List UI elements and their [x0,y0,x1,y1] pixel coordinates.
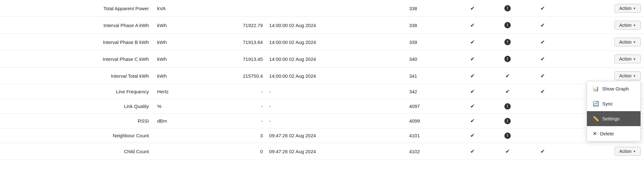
row-name: Child Count [0,143,154,160]
warning-icon: ! [504,56,511,62]
table-row: Interval Phase A kWhkWh71922.7914:00:00 … [0,17,644,34]
row-unit: % [154,99,203,114]
caret-icon: ▼ [633,74,636,78]
checkmark-icon: ✔ [470,5,475,11]
row-time: 14:00:00 02 Aug 2024 [266,34,406,51]
table-row: Interval Phase C kWhkWh71913.4514:00:00 … [0,51,644,68]
menu-item-label: Delete [600,131,614,136]
action-dropdown-wrapper: Action▼📊Show Graph🔄Sync✏️Settings✕Delete [614,71,641,80]
row-id: 339 [406,34,455,51]
action-dropdown-wrapper: Action▼ [614,21,641,30]
warn-icon-col: ! [490,128,525,143]
action-label: Action [619,56,632,61]
warn-icon-col: ✔ [490,68,525,84]
caret-icon: ▼ [633,57,636,61]
menu-item-label: Settings [602,116,619,121]
checkmark-icon: ✔ [540,39,545,45]
row-name: RSSI [0,114,154,128]
row-name: Interval Phase A kWh [0,17,154,34]
checkmark-icon: ✔ [540,22,545,28]
check-icon-3 [525,99,560,114]
warning-icon: ! [504,5,511,11]
row-id: 340 [406,51,455,68]
row-id: 342 [406,84,455,99]
checkmark-icon: ✔ [540,73,545,79]
table-row: Line FrequencyHertz--342✔✔✔ [0,84,644,99]
row-unit [154,143,203,160]
dropdown-menu-item[interactable]: ✕Delete [587,126,640,141]
warn-icon-col: ! [490,0,525,17]
dropdown-menu-item[interactable]: ✏️Settings [587,111,640,126]
check-icon-1: ✔ [455,17,490,34]
check-icon-1: ✔ [455,0,490,17]
checkmark-icon: ✔ [470,118,475,124]
action-dropdown-wrapper: Action▼ [614,4,641,13]
row-time: - [266,114,406,128]
row-name: Line Frequency [0,84,154,99]
check-icon-1: ✔ [455,51,490,68]
warn-icon-col: ✔ [490,84,525,99]
row-value: 0 [203,143,266,160]
row-time [266,0,406,17]
warn-icon-col: ! [490,17,525,34]
checkmark-icon: ✔ [505,148,510,154]
action-col: Action▼ [560,51,644,68]
row-unit: kWh [154,34,203,51]
checkmark-icon: ✔ [505,89,510,95]
table-row: Child Count009:47:26 02 Aug 20244102✔✔✔A… [0,143,644,160]
action-button[interactable]: Action▼ [614,147,641,156]
row-value: - [203,99,266,114]
row-time: 14:00:00 02 Aug 2024 [266,68,406,84]
table-row: Interval Phase B kWhkWh71913.6414:00:00 … [0,34,644,51]
caret-icon: ▼ [633,40,636,44]
check-icon-1: ✔ [455,114,490,128]
row-unit: kWh [154,51,203,68]
row-name: Interval Phase C kWh [0,51,154,68]
warn-icon-col: ! [490,114,525,128]
check-icon-3 [525,114,560,128]
row-unit [154,128,203,143]
action-button[interactable]: Action▼ [614,38,641,47]
warn-icon-col: ! [490,99,525,114]
action-dropdown-wrapper: Action▼ [614,147,641,156]
action-dropdown-wrapper: Action▼ [614,38,641,47]
dropdown-menu-item[interactable]: 🔄Sync [587,96,640,111]
check-icon-1: ✔ [455,99,490,114]
row-id: 338 [406,17,455,34]
action-button[interactable]: Action▼ [614,54,641,63]
row-value: 215750.4 [203,68,266,84]
checkmark-icon: ✔ [470,39,475,45]
checkmark-icon: ✔ [470,148,475,154]
check-icon-3: ✔ [525,51,560,68]
dropdown-menu-item[interactable]: 📊Show Graph [587,81,640,96]
warn-icon-col: ! [490,34,525,51]
action-button[interactable]: Action▼ [614,4,641,13]
row-time: - [266,84,406,99]
menu-item-icon: 🔄 [593,101,599,107]
row-id: 338 [406,0,455,17]
row-unit: kWh [154,17,203,34]
row-unit: kWh [154,68,203,84]
warning-icon: ! [504,22,511,28]
check-icon-3: ✔ [525,84,560,99]
action-col: Action▼ [560,17,644,34]
row-value: 71913.45 [203,51,266,68]
row-unit: dBm [154,114,203,128]
menu-item-icon: ✏️ [593,116,599,122]
check-icon-3: ✔ [525,17,560,34]
menu-item-icon: 📊 [593,86,599,92]
action-button[interactable]: Action▼ [614,71,641,80]
check-icon-3: ✔ [525,68,560,84]
row-value [203,0,266,17]
caret-icon: ▼ [633,150,636,153]
checkmark-icon: ✔ [540,56,545,62]
action-label: Action [619,149,632,154]
action-col: Action▼ [560,143,644,160]
checkmark-icon: ✔ [540,148,545,154]
action-label: Action [619,23,632,28]
row-id: 4099 [406,114,455,128]
action-button[interactable]: Action▼ [614,21,641,30]
menu-item-icon: ✕ [593,131,597,137]
caret-icon: ▼ [633,7,636,10]
check-icon-1: ✔ [455,34,490,51]
